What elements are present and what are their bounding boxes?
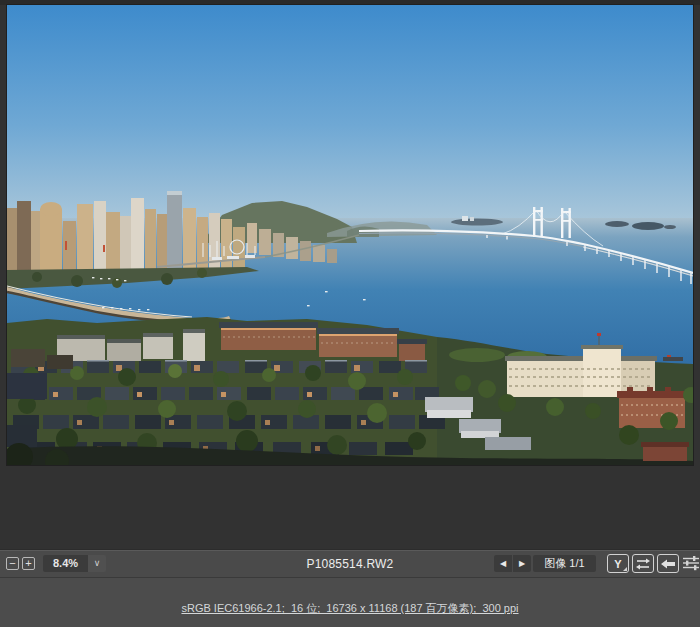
image-counter-label: 图像 1/1 <box>533 555 596 572</box>
footer: sRGB IEC61966-2.1; 16 位; 16736 x 11168 (… <box>0 598 700 616</box>
left-triangle-icon: ◀ <box>500 559 506 568</box>
previous-image-button[interactable]: ◀ <box>494 555 512 572</box>
copy-settings-button[interactable] <box>657 554 679 573</box>
photo-preview[interactable] <box>7 5 693 465</box>
left-arrow-icon <box>661 558 675 570</box>
y-view-label: Y <box>614 558 621 570</box>
settings-sliders-icon[interactable] <box>683 556 699 571</box>
right-triangle-icon: ▶ <box>519 559 525 568</box>
image-info-link[interactable]: sRGB IEC61966-2.1; 16 位; 16736 x 11168 (… <box>181 602 518 614</box>
camera-raw-window: − + 8.4% ∨ P1085514.RW2 ◀ ▶ 图像 1/1 Y <box>0 0 700 627</box>
cycle-before-after-view-button[interactable]: Y <box>607 554 629 573</box>
flyout-corner-icon <box>623 567 627 571</box>
swap-before-after-button[interactable] <box>632 554 654 573</box>
preview-canvas <box>0 0 700 549</box>
image-nav-group: ◀ ▶ <box>494 555 531 572</box>
next-image-button[interactable]: ▶ <box>513 555 531 572</box>
swap-arrows-icon <box>636 558 650 570</box>
bottom-panel: − + 8.4% ∨ P1085514.RW2 ◀ ▶ 图像 1/1 Y <box>0 549 700 627</box>
